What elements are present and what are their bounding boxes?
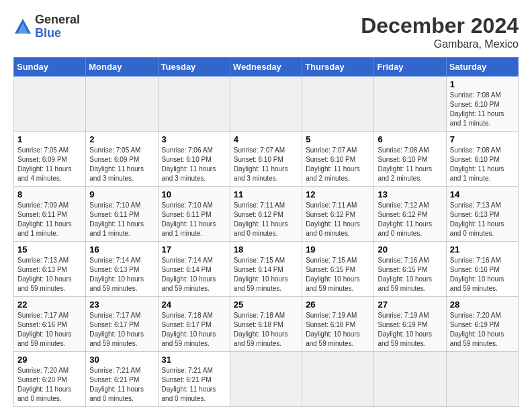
calendar-cell bbox=[14, 77, 86, 132]
day-number: 14 bbox=[450, 189, 515, 199]
calendar-cell: 23Sunrise: 7:17 AMSunset: 6:17 PMDayligh… bbox=[86, 297, 158, 352]
day-number: 23 bbox=[89, 300, 154, 310]
day-info: Sunrise: 7:16 AMSunset: 6:16 PMDaylight:… bbox=[450, 256, 515, 293]
calendar-cell: 21Sunrise: 7:16 AMSunset: 6:16 PMDayligh… bbox=[446, 242, 518, 297]
day-number: 1 bbox=[17, 134, 82, 144]
calendar-cell bbox=[302, 352, 374, 407]
calendar-cell bbox=[302, 77, 374, 132]
day-number: 7 bbox=[450, 134, 515, 144]
day-number: 15 bbox=[17, 244, 82, 255]
day-info: Sunrise: 7:19 AMSunset: 6:18 PMDaylight:… bbox=[306, 311, 370, 349]
day-info: Sunrise: 7:07 AMSunset: 6:10 PMDaylight:… bbox=[234, 146, 298, 183]
day-info: Sunrise: 7:13 AMSunset: 6:13 PMDaylight:… bbox=[450, 201, 515, 238]
calendar-cell: 30Sunrise: 7:21 AMSunset: 6:21 PMDayligh… bbox=[86, 352, 158, 407]
calendar-cell: 9Sunrise: 7:10 AMSunset: 6:11 PMDaylight… bbox=[86, 187, 158, 242]
header-wednesday: Wednesday bbox=[230, 58, 302, 77]
calendar-cell: 17Sunrise: 7:14 AMSunset: 6:14 PMDayligh… bbox=[158, 242, 230, 297]
day-info: Sunrise: 7:21 AMSunset: 6:21 PMDaylight:… bbox=[162, 366, 226, 404]
day-info: Sunrise: 7:10 AMSunset: 6:11 PMDaylight:… bbox=[89, 201, 154, 238]
day-number: 27 bbox=[378, 300, 442, 310]
day-number: 25 bbox=[234, 300, 298, 310]
day-number: 5 bbox=[306, 134, 370, 144]
calendar-cell: 27Sunrise: 7:19 AMSunset: 6:19 PMDayligh… bbox=[374, 297, 446, 352]
day-info: Sunrise: 7:11 AMSunset: 6:12 PMDaylight:… bbox=[234, 201, 298, 238]
day-number: 11 bbox=[234, 189, 298, 199]
day-number: 13 bbox=[378, 189, 442, 199]
day-info: Sunrise: 7:17 AMSunset: 6:17 PMDaylight:… bbox=[89, 311, 154, 349]
day-number: 19 bbox=[306, 244, 370, 255]
calendar-cell: 31Sunrise: 7:21 AMSunset: 6:21 PMDayligh… bbox=[158, 352, 230, 407]
calendar-cell: 19Sunrise: 7:15 AMSunset: 6:15 PMDayligh… bbox=[302, 242, 374, 297]
logo-line2: Blue bbox=[35, 27, 80, 40]
day-info: Sunrise: 7:15 AMSunset: 6:14 PMDaylight:… bbox=[234, 256, 298, 293]
calendar-cell bbox=[374, 352, 446, 407]
week-row-2: 8Sunrise: 7:09 AMSunset: 6:11 PMDaylight… bbox=[14, 187, 519, 242]
day-info: Sunrise: 7:18 AMSunset: 6:18 PMDaylight:… bbox=[234, 311, 298, 349]
calendar-cell: 8Sunrise: 7:09 AMSunset: 6:11 PMDaylight… bbox=[14, 187, 86, 242]
week-row-1: 1Sunrise: 7:05 AMSunset: 6:09 PMDaylight… bbox=[14, 132, 519, 187]
calendar-cell: 28Sunrise: 7:20 AMSunset: 6:19 PMDayligh… bbox=[446, 297, 518, 352]
day-info: Sunrise: 7:12 AMSunset: 6:12 PMDaylight:… bbox=[378, 201, 442, 238]
calendar-cell: 7Sunrise: 7:08 AMSunset: 6:10 PMDaylight… bbox=[446, 132, 518, 187]
calendar-cell bbox=[230, 352, 302, 407]
calendar-cell: 24Sunrise: 7:18 AMSunset: 6:17 PMDayligh… bbox=[158, 297, 230, 352]
week-row-4: 22Sunrise: 7:17 AMSunset: 6:16 PMDayligh… bbox=[14, 297, 519, 352]
day-number: 4 bbox=[234, 134, 298, 144]
week-row-3: 15Sunrise: 7:13 AMSunset: 6:13 PMDayligh… bbox=[14, 242, 519, 297]
day-info: Sunrise: 7:11 AMSunset: 6:12 PMDaylight:… bbox=[306, 201, 370, 238]
calendar-cell: 10Sunrise: 7:10 AMSunset: 6:11 PMDayligh… bbox=[158, 187, 230, 242]
calendar-table: SundayMondayTuesdayWednesdayThursdayFrid… bbox=[13, 57, 519, 407]
day-number: 16 bbox=[89, 244, 154, 255]
page-title: December 2024 bbox=[361, 13, 519, 38]
title-block: December 2024 Gambara, Mexico bbox=[361, 13, 519, 50]
day-number: 17 bbox=[162, 244, 226, 255]
calendar-cell bbox=[86, 77, 158, 132]
day-info: Sunrise: 7:16 AMSunset: 6:15 PMDaylight:… bbox=[378, 256, 442, 293]
calendar-cell: 4Sunrise: 7:07 AMSunset: 6:10 PMDaylight… bbox=[230, 132, 302, 187]
calendar-cell: 26Sunrise: 7:19 AMSunset: 6:18 PMDayligh… bbox=[302, 297, 374, 352]
calendar-cell: 25Sunrise: 7:18 AMSunset: 6:18 PMDayligh… bbox=[230, 297, 302, 352]
day-info: Sunrise: 7:09 AMSunset: 6:11 PMDaylight:… bbox=[17, 201, 82, 238]
day-info: Sunrise: 7:14 AMSunset: 6:14 PMDaylight:… bbox=[162, 256, 226, 293]
header-tuesday: Tuesday bbox=[158, 58, 230, 77]
week-row-0: 1Sunrise: 7:08 AMSunset: 6:10 PMDaylight… bbox=[14, 77, 519, 132]
calendar-cell: 11Sunrise: 7:11 AMSunset: 6:12 PMDayligh… bbox=[230, 187, 302, 242]
day-number: 8 bbox=[17, 189, 82, 199]
day-info: Sunrise: 7:08 AMSunset: 6:10 PMDaylight:… bbox=[450, 146, 515, 183]
day-number: 18 bbox=[234, 244, 298, 255]
day-info: Sunrise: 7:05 AMSunset: 6:09 PMDaylight:… bbox=[89, 146, 154, 183]
day-info: Sunrise: 7:18 AMSunset: 6:17 PMDaylight:… bbox=[162, 311, 226, 349]
calendar-cell: 2Sunrise: 7:05 AMSunset: 6:09 PMDaylight… bbox=[86, 132, 158, 187]
page-header: General Blue December 2024 Gambara, Mexi… bbox=[13, 13, 519, 50]
header-thursday: Thursday bbox=[302, 58, 374, 77]
logo-line1: General bbox=[35, 13, 80, 27]
day-number: 30 bbox=[89, 355, 154, 365]
calendar-cell: 22Sunrise: 7:17 AMSunset: 6:16 PMDayligh… bbox=[14, 297, 86, 352]
day-info: Sunrise: 7:20 AMSunset: 6:20 PMDaylight:… bbox=[17, 366, 82, 404]
day-info: Sunrise: 7:19 AMSunset: 6:19 PMDaylight:… bbox=[378, 311, 442, 349]
day-number: 2 bbox=[89, 134, 154, 144]
day-number: 24 bbox=[162, 300, 226, 310]
calendar-cell: 29Sunrise: 7:20 AMSunset: 6:20 PMDayligh… bbox=[14, 352, 86, 407]
day-info: Sunrise: 7:05 AMSunset: 6:09 PMDaylight:… bbox=[17, 146, 82, 183]
header-friday: Friday bbox=[374, 58, 446, 77]
day-number: 12 bbox=[306, 189, 370, 199]
day-number: 1 bbox=[450, 79, 515, 89]
logo-icon bbox=[13, 17, 32, 36]
logo: General Blue bbox=[13, 13, 80, 40]
day-number: 29 bbox=[17, 355, 82, 365]
header-saturday: Saturday bbox=[446, 58, 518, 77]
week-row-5: 29Sunrise: 7:20 AMSunset: 6:20 PMDayligh… bbox=[14, 352, 519, 407]
day-number: 26 bbox=[306, 300, 370, 310]
calendar-cell: 13Sunrise: 7:12 AMSunset: 6:12 PMDayligh… bbox=[374, 187, 446, 242]
day-number: 3 bbox=[162, 134, 226, 144]
header-row: SundayMondayTuesdayWednesdayThursdayFrid… bbox=[14, 58, 519, 77]
day-number: 22 bbox=[17, 300, 82, 310]
day-info: Sunrise: 7:13 AMSunset: 6:13 PMDaylight:… bbox=[17, 256, 82, 293]
day-number: 31 bbox=[162, 355, 226, 365]
calendar-cell: 1Sunrise: 7:05 AMSunset: 6:09 PMDaylight… bbox=[14, 132, 86, 187]
calendar-cell: 18Sunrise: 7:15 AMSunset: 6:14 PMDayligh… bbox=[230, 242, 302, 297]
calendar-cell: 16Sunrise: 7:14 AMSunset: 6:13 PMDayligh… bbox=[86, 242, 158, 297]
header-monday: Monday bbox=[86, 58, 158, 77]
logo-text: General Blue bbox=[35, 13, 80, 40]
